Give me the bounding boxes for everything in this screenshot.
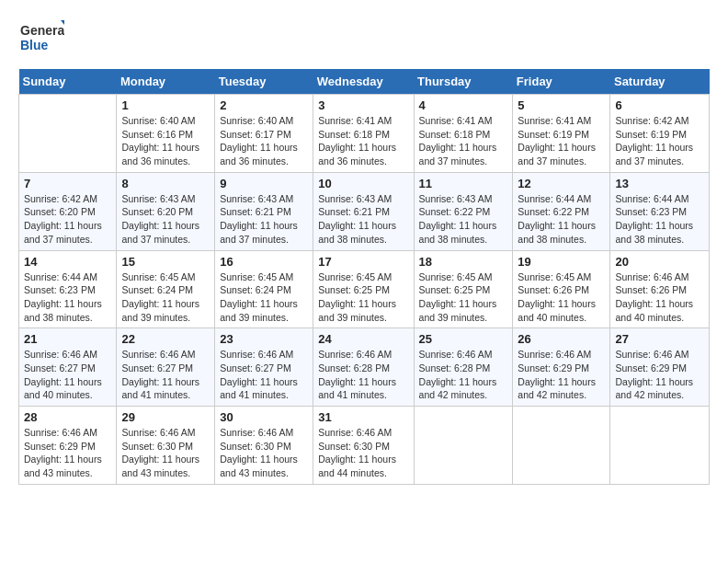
day-info: Sunrise: 6:46 AM Sunset: 6:30 PM Dayligh… [220, 426, 308, 480]
sunrise-text: Sunrise: 6:44 AM [24, 270, 111, 284]
calendar-cell [610, 407, 710, 485]
day-number: 16 [220, 255, 308, 269]
logo: General Blue [18, 18, 64, 60]
daylight-text: Daylight: 11 hours and 41 minutes. [121, 375, 210, 402]
daylight-text: Daylight: 11 hours and 44 minutes. [318, 453, 408, 479]
calendar-cell: 21 Sunrise: 6:46 AM Sunset: 6:27 PM Dayl… [19, 328, 117, 407]
calendar-cell: 13 Sunrise: 6:44 AM Sunset: 6:23 PM Dayl… [610, 172, 710, 250]
day-number: 6 [615, 98, 704, 112]
day-number: 27 [615, 332, 704, 346]
header-cell-wednesday: Wednesday [313, 69, 414, 95]
sunset-text: Sunset: 6:28 PM [318, 362, 408, 375]
day-number: 13 [615, 177, 704, 190]
day-info: Sunrise: 6:40 AM Sunset: 6:17 PM Dayligh… [220, 114, 308, 168]
sunrise-text: Sunrise: 6:46 AM [318, 348, 408, 362]
day-info: Sunrise: 6:46 AM Sunset: 6:30 PM Dayligh… [121, 426, 210, 480]
sunset-text: Sunset: 6:23 PM [615, 205, 704, 219]
sunrise-text: Sunrise: 6:46 AM [615, 270, 704, 284]
calendar-week-3: 14 Sunrise: 6:44 AM Sunset: 6:23 PM Dayl… [19, 250, 710, 328]
daylight-text: Daylight: 11 hours and 40 minutes. [518, 297, 605, 324]
sunrise-text: Sunrise: 6:46 AM [318, 426, 408, 440]
day-info: Sunrise: 6:45 AM Sunset: 6:24 PM Dayligh… [220, 270, 308, 325]
sunrise-text: Sunrise: 6:46 AM [220, 348, 308, 362]
day-number: 2 [220, 98, 308, 112]
daylight-text: Daylight: 11 hours and 43 minutes. [24, 453, 111, 479]
sunrise-text: Sunrise: 6:43 AM [419, 192, 508, 206]
day-info: Sunrise: 6:44 AM Sunset: 6:23 PM Dayligh… [615, 192, 704, 247]
daylight-text: Daylight: 11 hours and 38 minutes. [24, 297, 111, 324]
calendar-cell [19, 95, 117, 173]
sunset-text: Sunset: 6:28 PM [419, 362, 508, 375]
day-number: 1 [121, 98, 210, 112]
sunset-text: Sunset: 6:16 PM [121, 128, 210, 142]
day-number: 25 [419, 332, 508, 346]
sunset-text: Sunset: 6:18 PM [318, 128, 408, 142]
sunset-text: Sunset: 6:29 PM [518, 362, 605, 375]
day-number: 4 [419, 98, 508, 112]
sunset-text: Sunset: 6:19 PM [615, 128, 704, 142]
header-row: SundayMondayTuesdayWednesdayThursdayFrid… [19, 69, 710, 95]
calendar-cell: 2 Sunrise: 6:40 AM Sunset: 6:17 PM Dayli… [215, 95, 313, 173]
daylight-text: Daylight: 11 hours and 37 minutes. [615, 141, 704, 167]
calendar-cell: 25 Sunrise: 6:46 AM Sunset: 6:28 PM Dayl… [414, 328, 513, 407]
sunset-text: Sunset: 6:21 PM [220, 205, 308, 219]
day-number: 19 [518, 255, 605, 269]
day-number: 14 [24, 255, 111, 269]
day-number: 31 [318, 410, 408, 424]
day-info: Sunrise: 6:46 AM Sunset: 6:29 PM Dayligh… [24, 426, 111, 480]
calendar-cell: 8 Sunrise: 6:43 AM Sunset: 6:20 PM Dayli… [117, 172, 215, 250]
calendar-cell: 28 Sunrise: 6:46 AM Sunset: 6:29 PM Dayl… [19, 407, 117, 485]
calendar-cell: 12 Sunrise: 6:44 AM Sunset: 6:22 PM Dayl… [513, 172, 610, 250]
day-info: Sunrise: 6:46 AM Sunset: 6:27 PM Dayligh… [220, 348, 308, 402]
sunrise-text: Sunrise: 6:46 AM [121, 426, 210, 440]
sunset-text: Sunset: 6:21 PM [318, 205, 408, 219]
sunrise-text: Sunrise: 6:44 AM [615, 192, 704, 206]
day-number: 10 [318, 177, 408, 190]
logo-svg: General Blue [18, 18, 64, 60]
header-cell-tuesday: Tuesday [215, 69, 313, 95]
day-number: 3 [318, 98, 408, 112]
day-info: Sunrise: 6:42 AM Sunset: 6:20 PM Dayligh… [24, 192, 111, 247]
sunrise-text: Sunrise: 6:43 AM [220, 192, 308, 206]
sunrise-text: Sunrise: 6:44 AM [518, 192, 605, 206]
calendar-cell: 15 Sunrise: 6:45 AM Sunset: 6:24 PM Dayl… [117, 250, 215, 328]
calendar-cell: 27 Sunrise: 6:46 AM Sunset: 6:29 PM Dayl… [610, 328, 710, 407]
sunrise-text: Sunrise: 6:41 AM [518, 114, 605, 128]
sunset-text: Sunset: 6:27 PM [24, 362, 111, 375]
sunrise-text: Sunrise: 6:43 AM [121, 192, 210, 206]
day-info: Sunrise: 6:43 AM Sunset: 6:20 PM Dayligh… [121, 192, 210, 247]
daylight-text: Daylight: 11 hours and 40 minutes. [615, 297, 704, 324]
daylight-text: Daylight: 11 hours and 42 minutes. [615, 375, 704, 402]
sunrise-text: Sunrise: 6:43 AM [318, 192, 408, 206]
calendar-cell: 17 Sunrise: 6:45 AM Sunset: 6:25 PM Dayl… [313, 250, 414, 328]
svg-text:Blue: Blue [20, 38, 49, 52]
sunset-text: Sunset: 6:20 PM [121, 205, 210, 219]
daylight-text: Daylight: 11 hours and 41 minutes. [318, 375, 408, 402]
sunset-text: Sunset: 6:17 PM [220, 128, 308, 142]
calendar-cell: 6 Sunrise: 6:42 AM Sunset: 6:19 PM Dayli… [610, 95, 710, 173]
daylight-text: Daylight: 11 hours and 40 minutes. [24, 375, 111, 402]
daylight-text: Daylight: 11 hours and 37 minutes. [121, 219, 210, 246]
daylight-text: Daylight: 11 hours and 39 minutes. [220, 297, 308, 324]
day-number: 11 [419, 177, 508, 190]
daylight-text: Daylight: 11 hours and 38 minutes. [318, 219, 408, 246]
daylight-text: Daylight: 11 hours and 37 minutes. [518, 141, 605, 167]
day-info: Sunrise: 6:45 AM Sunset: 6:25 PM Dayligh… [318, 270, 408, 325]
day-number: 30 [220, 410, 308, 424]
calendar-cell: 26 Sunrise: 6:46 AM Sunset: 6:29 PM Dayl… [513, 328, 610, 407]
daylight-text: Daylight: 11 hours and 37 minutes. [220, 219, 308, 246]
calendar-cell: 30 Sunrise: 6:46 AM Sunset: 6:30 PM Dayl… [215, 407, 313, 485]
header-cell-friday: Friday [513, 69, 610, 95]
calendar-cell [513, 407, 610, 485]
sunset-text: Sunset: 6:24 PM [121, 283, 210, 297]
daylight-text: Daylight: 11 hours and 36 minutes. [121, 141, 210, 167]
sunset-text: Sunset: 6:20 PM [24, 205, 111, 219]
sunrise-text: Sunrise: 6:40 AM [220, 114, 308, 128]
calendar-cell: 19 Sunrise: 6:45 AM Sunset: 6:26 PM Dayl… [513, 250, 610, 328]
calendar-week-1: 1 Sunrise: 6:40 AM Sunset: 6:16 PM Dayli… [19, 95, 710, 173]
daylight-text: Daylight: 11 hours and 41 minutes. [220, 375, 308, 402]
sunrise-text: Sunrise: 6:46 AM [615, 348, 704, 362]
sunset-text: Sunset: 6:22 PM [419, 205, 508, 219]
day-info: Sunrise: 6:46 AM Sunset: 6:28 PM Dayligh… [419, 348, 508, 402]
calendar-cell: 23 Sunrise: 6:46 AM Sunset: 6:27 PM Dayl… [215, 328, 313, 407]
